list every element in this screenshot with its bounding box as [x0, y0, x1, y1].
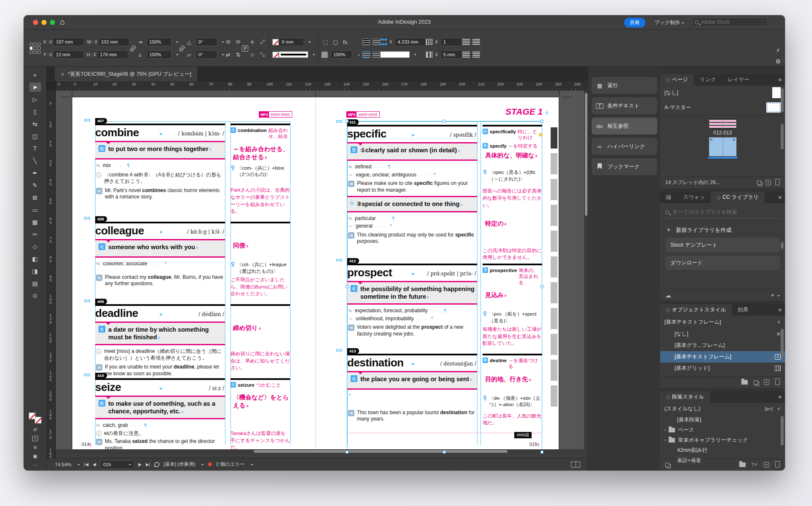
- swap-fill-stroke-icon[interactable]: ⇄: [33, 427, 37, 432]
- expand-chevrons[interactable]: »: [29, 70, 41, 80]
- close-tab-icon[interactable]: ×: [61, 71, 64, 77]
- hyperlinks-panel-button[interactable]: ∞ハイパーリンク: [592, 138, 657, 155]
- tab-object-styles[interactable]: ◇オブジェクトスタイル: [660, 304, 732, 316]
- dict-entry-seize[interactable]: 410 seize » / síːz / 動to make use of som…: [95, 378, 290, 451]
- pen-tool[interactable]: ✒: [29, 168, 41, 178]
- document-tab[interactable]: × *英英TOEIC990_Stage06 @ 75% [GPU プレビュー]: [55, 67, 197, 81]
- note-tool[interactable]: ▤: [29, 279, 41, 288]
- cloud-sync-icon[interactable]: ☁: [665, 292, 671, 299]
- style-group-icon[interactable]: [741, 380, 748, 385]
- align-icon-2[interactable]: [472, 39, 480, 45]
- edit-page-size-icon[interactable]: [757, 181, 761, 185]
- height-field[interactable]: 179 mm: [97, 50, 128, 59]
- library-search[interactable]: [665, 209, 780, 219]
- frame-fitting-proxy[interactable]: [380, 38, 387, 45]
- dict-entry-prospect[interactable]: 412 prospect » / prɑ́ːspekt | prɔ́s- / 名…: [347, 264, 542, 347]
- panel-menu-icon[interactable]: ≡: [778, 77, 782, 83]
- x-stepper[interactable]: [49, 39, 52, 45]
- ruler-origin[interactable]: [47, 81, 56, 91]
- panel-menu-icon[interactable]: ≡: [778, 307, 782, 313]
- fill-stroke-proxy[interactable]: [29, 412, 41, 424]
- dict-entry-colleague[interactable]: 408 colleague » / kɑ́ːliːg | kɔ́l- / 名so…: [95, 222, 290, 297]
- tab-paragraph-styles[interactable]: ◇段落スタイル: [660, 391, 710, 403]
- spread-thumbnail[interactable]: [709, 119, 736, 128]
- object-style-basic-graphics[interactable]: [基本グラ...フレーム]: [660, 340, 785, 351]
- wrap-option-icon[interactable]: [362, 51, 370, 58]
- constrain-scale-icon[interactable]: [179, 45, 185, 52]
- fill-swatch-none[interactable]: [272, 52, 279, 58]
- style-group-icon[interactable]: [739, 462, 746, 467]
- y-stepper[interactable]: [49, 52, 52, 58]
- stroke-swatch-none[interactable]: [272, 39, 279, 45]
- paragraph-style-42mm[interactable]: 42mm刻み行: [660, 445, 785, 455]
- master-row-a[interactable]: A-マスター: [660, 100, 785, 115]
- zoom-level[interactable]: 74.54%: [55, 462, 71, 467]
- dict-entry-combine[interactable]: 407 combine » / kəmbáɪn | kɔ́m- / 動to pu…: [95, 124, 290, 215]
- object-style-none[interactable]: [なし]✕: [660, 328, 785, 340]
- new-spread-icon[interactable]: [765, 180, 771, 185]
- next-spread-button[interactable]: ▶: [138, 462, 142, 467]
- flip-horizontal-icon[interactable]: ⇄: [224, 52, 232, 58]
- tab-layers[interactable]: レイヤー: [722, 74, 755, 85]
- create-new-library-button[interactable]: ＋新規ライブラリを作成: [665, 226, 780, 234]
- prev-spread-button[interactable]: ◀: [93, 462, 96, 467]
- zoom-tool[interactable]: ⊙: [29, 291, 41, 300]
- content-collector-tool[interactable]: ◫: [29, 132, 41, 141]
- dict-entry-specific[interactable]: 411 specific » / spəsífɪk / 形①clearly sa…: [347, 125, 542, 261]
- vertical-scrollbar[interactable]: [584, 91, 588, 449]
- clear-overrides-icon[interactable]: ¶✕: [752, 462, 758, 468]
- library-item-stock-templates[interactable]: Stock テンプレート: [665, 238, 780, 252]
- align-icon-1[interactable]: [462, 39, 470, 45]
- align-icon-4[interactable]: [472, 52, 480, 58]
- spread-thumbnail-selected[interactable]: [709, 138, 736, 156]
- object-style-basic-grid[interactable]: [基本グリッド]: [660, 363, 785, 374]
- x-position-field[interactable]: 197 mm: [53, 38, 84, 46]
- opacity-field[interactable]: 100%: [330, 50, 352, 59]
- preflight-icon[interactable]: [154, 462, 159, 467]
- clear-overrides-icon[interactable]: [754, 380, 758, 385]
- scrollbar-thumb[interactable]: [781, 242, 784, 249]
- rectangle-frame-tool[interactable]: ⊠: [29, 193, 41, 202]
- selection-tool[interactable]: ➤: [29, 82, 41, 92]
- page-tool[interactable]: ▯: [29, 107, 41, 116]
- delete-style-icon[interactable]: [775, 380, 780, 385]
- gap-tool[interactable]: ⇆: [29, 119, 41, 129]
- direct-selection-tool[interactable]: ▷: [29, 95, 41, 104]
- line-tool[interactable]: ╲: [29, 156, 41, 165]
- type-tool[interactable]: T: [29, 144, 41, 153]
- reference-point-proxy[interactable]: [30, 43, 41, 54]
- library-item-downloads[interactable]: ダウンロード: [665, 256, 780, 270]
- scissors-tool[interactable]: ✂: [29, 230, 41, 239]
- width-field[interactable]: 102 mm: [98, 38, 129, 46]
- toolbar-more-icon[interactable]: ⋯: [33, 462, 38, 468]
- pencil-tool[interactable]: ✎: [29, 181, 41, 190]
- stroke-weight-field[interactable]: 0 mm: [279, 38, 304, 46]
- spread-view-icon[interactable]: [571, 462, 580, 468]
- shear-field[interactable]: 0°: [195, 50, 217, 59]
- h-stepper[interactable]: [93, 52, 96, 58]
- text-wrap-none-icon[interactable]: [362, 38, 370, 45]
- object-style-basic-text[interactable]: [基本テキストフレーム]T: [660, 351, 785, 363]
- effects-icon[interactable]: fx.: [342, 39, 349, 45]
- first-spread-button[interactable]: |◀: [84, 462, 88, 467]
- add-library-icon[interactable]: ＋: [769, 291, 780, 299]
- rotate-ccw-icon[interactable]: ⟲: [224, 39, 232, 45]
- new-style-icon[interactable]: [764, 380, 769, 385]
- gutter-field[interactable]: 5 mm: [440, 50, 462, 59]
- view-mode-icon[interactable]: ▣: [33, 454, 37, 459]
- corner-shape-icon[interactable]: ▢: [332, 39, 339, 45]
- columns-field[interactable]: 1: [440, 38, 462, 46]
- transform-icon-2[interactable]: ⤢: [258, 38, 266, 45]
- load-styles-icon[interactable]: [665, 463, 669, 467]
- constrain-dimensions-icon[interactable]: [130, 45, 136, 52]
- rectangle-tool[interactable]: ▭: [29, 205, 41, 214]
- frame-fill-swatch[interactable]: [380, 51, 410, 58]
- align-icon-3[interactable]: [462, 52, 470, 58]
- wrap-to-spine-icon[interactable]: [373, 51, 380, 58]
- tab-swatches[interactable]: スウォッ: [678, 192, 711, 203]
- paragraph-style-group-base[interactable]: ›ベース: [660, 425, 785, 435]
- tab-cc-libraries[interactable]: ◇CC ライブラリ: [711, 192, 765, 203]
- conditional-text-panel-button[interactable]: T条件テキスト: [592, 97, 657, 114]
- gradient-feather-tool[interactable]: ◨: [29, 267, 41, 276]
- transform-icon-4[interactable]: ⤡: [258, 51, 266, 58]
